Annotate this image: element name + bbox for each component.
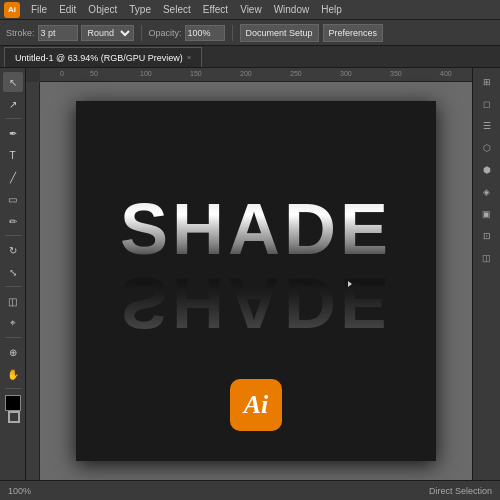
shade-text-normal: SHADE (120, 193, 392, 265)
opacity-label: Opacity: (149, 28, 182, 38)
tool-pen[interactable]: ✒ (3, 123, 23, 143)
menu-window[interactable]: Window (269, 2, 315, 17)
preferences-button[interactable]: Preferences (323, 24, 384, 42)
panel-button-3[interactable]: ☰ (477, 116, 497, 136)
shade-text-group: SHADE SHADE (120, 193, 392, 339)
menu-bar: Ai File Edit Object Type Select Effect V… (0, 0, 500, 20)
tool-selection[interactable]: ↖ (3, 72, 23, 92)
tool-type[interactable]: T (3, 145, 23, 165)
active-tab[interactable]: Untitled-1 @ 63.94% (RGB/GPU Preview) × (4, 47, 202, 67)
stroke-type-dropdown[interactable]: Round Miter (81, 25, 134, 41)
tool-zoom[interactable]: ⊕ (3, 342, 23, 362)
panel-button-5[interactable]: ⬢ (477, 160, 497, 180)
panel-button-1[interactable]: ⊞ (477, 72, 497, 92)
tool-separator-4 (5, 337, 21, 338)
tool-shape[interactable]: ▭ (3, 189, 23, 209)
panel-button-7[interactable]: ▣ (477, 204, 497, 224)
artboard: SHADE SHADE Ai (76, 101, 436, 461)
menu-view[interactable]: View (235, 2, 267, 17)
tab-close-button[interactable]: × (187, 53, 192, 62)
ai-logo: Ai (230, 379, 282, 431)
tool-paintbrush[interactable]: ✏ (3, 211, 23, 231)
fill-color[interactable] (5, 395, 21, 411)
menu-select[interactable]: Select (158, 2, 196, 17)
stroke-color[interactable] (8, 411, 20, 423)
zoom-status: 100% (8, 486, 31, 496)
tool-hand[interactable]: ✋ (3, 364, 23, 384)
menu-edit[interactable]: Edit (54, 2, 81, 17)
status-right: Direct Selection (429, 486, 492, 496)
ruler-horizontal: 0 50 100 150 200 250 300 350 400 (26, 68, 472, 82)
tool-rotate[interactable]: ↻ (3, 240, 23, 260)
menu-help[interactable]: Help (316, 2, 347, 17)
toolbar: Stroke: Round Miter Opacity: Document Se… (0, 20, 500, 46)
toolbar-separator-1 (141, 25, 142, 41)
panel-button-6[interactable]: ◈ (477, 182, 497, 202)
app-icon-label: Ai (8, 5, 16, 14)
tool-eyedropper[interactable]: ⌖ (3, 313, 23, 333)
menu-file[interactable]: File (26, 2, 52, 17)
tool-direct-selection[interactable]: ↗ (3, 94, 23, 114)
ruler-corner (26, 68, 40, 82)
zoom-value: 100% (8, 486, 31, 496)
menu-effect[interactable]: Effect (198, 2, 233, 17)
panel-button-8[interactable]: ⊡ (477, 226, 497, 246)
tab-bar: Untitled-1 @ 63.94% (RGB/GPU Preview) × (0, 46, 500, 68)
app-icon: Ai (4, 2, 20, 18)
tool-separator-5 (5, 388, 21, 389)
left-toolbar: ↖ ↗ ✒ T ╱ ▭ ✏ ↻ ⤡ ◫ ⌖ ⊕ ✋ (0, 68, 26, 480)
tool-separator-1 (5, 118, 21, 119)
right-panel: ⊞ ◻ ☰ ⬡ ⬢ ◈ ▣ ⊡ ◫ (472, 68, 500, 480)
status-mode: Direct Selection (429, 486, 492, 496)
main-area: ↖ ↗ ✒ T ╱ ▭ ✏ ↻ ⤡ ◫ ⌖ ⊕ ✋ 0 50 100 150 (0, 68, 500, 480)
tab-title: Untitled-1 @ 63.94% (RGB/GPU Preview) (15, 53, 183, 63)
toolbar-opacity-section: Opacity: (149, 25, 225, 41)
tool-separator-3 (5, 286, 21, 287)
ruler-vertical (26, 82, 40, 480)
menu-type[interactable]: Type (124, 2, 156, 17)
status-bar: 100% Direct Selection (0, 480, 500, 500)
shade-text-reflected: SHADE (120, 267, 392, 339)
canvas-area[interactable]: 0 50 100 150 200 250 300 350 400 SHADE S… (26, 68, 472, 480)
menu-object[interactable]: Object (83, 2, 122, 17)
panel-button-4[interactable]: ⬡ (477, 138, 497, 158)
ai-logo-text: Ai (244, 390, 269, 420)
panel-button-9[interactable]: ◫ (477, 248, 497, 268)
tool-gradient[interactable]: ◫ (3, 291, 23, 311)
panel-button-2[interactable]: ◻ (477, 94, 497, 114)
stroke-label: Stroke: (6, 28, 35, 38)
tool-scale[interactable]: ⤡ (3, 262, 23, 282)
document-setup-button[interactable]: Document Setup (240, 24, 319, 42)
tool-line[interactable]: ╱ (3, 167, 23, 187)
stroke-value-input[interactable] (38, 25, 78, 41)
opacity-input[interactable] (185, 25, 225, 41)
toolbar-separator-2 (232, 25, 233, 41)
toolbar-stroke-section: Stroke: Round Miter (6, 25, 134, 41)
tool-separator-2 (5, 235, 21, 236)
